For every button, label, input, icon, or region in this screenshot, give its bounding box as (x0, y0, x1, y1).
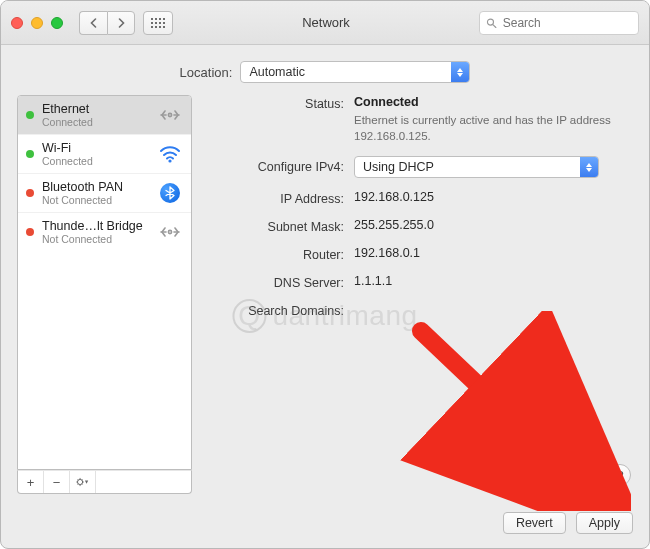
status-dot-icon (26, 111, 34, 119)
service-item-bluetooth[interactable]: Bluetooth PAN Not Connected (18, 174, 191, 213)
nav-segmented (79, 11, 135, 35)
gear-icon (76, 476, 89, 488)
grid-icon (151, 18, 165, 28)
location-popup[interactable]: Automatic (240, 61, 470, 83)
dns-value: 1.1.1.1 (354, 274, 633, 288)
svg-rect-5 (155, 22, 157, 24)
back-button[interactable] (79, 11, 107, 35)
svg-point-16 (168, 230, 171, 233)
service-tools: + − (17, 470, 192, 494)
svg-rect-0 (151, 18, 153, 20)
popup-arrows-icon (451, 62, 469, 82)
show-all-button[interactable] (143, 11, 173, 35)
close-icon[interactable] (11, 17, 23, 29)
advanced-button[interactable]: Advanced… (507, 464, 601, 486)
router-label: Router: (206, 246, 344, 262)
bluetooth-icon (157, 183, 183, 203)
search-field[interactable] (479, 11, 639, 35)
search-input[interactable] (501, 15, 632, 31)
svg-line-22 (78, 480, 79, 481)
svg-rect-4 (151, 22, 153, 24)
svg-rect-3 (163, 18, 165, 20)
svg-line-25 (82, 480, 83, 481)
configure-label: Configure IPv4: (206, 156, 344, 174)
svg-line-24 (78, 484, 79, 485)
titlebar: Network (1, 1, 649, 45)
service-sidebar: Ethernet Connected Wi-Fi Connected (17, 95, 192, 494)
zoom-icon[interactable] (51, 17, 63, 29)
svg-rect-7 (163, 22, 165, 24)
service-name: Ethernet (42, 102, 157, 116)
service-item-wifi[interactable]: Wi-Fi Connected (18, 135, 191, 174)
service-actions-button[interactable] (70, 471, 96, 493)
window-title: Network (181, 15, 471, 30)
svg-rect-2 (159, 18, 161, 20)
chevron-left-icon (89, 18, 98, 28)
router-value: 192.168.0.1 (354, 246, 633, 260)
service-status: Not Connected (42, 194, 157, 206)
svg-rect-8 (151, 26, 153, 28)
svg-rect-6 (159, 22, 161, 24)
svg-rect-10 (159, 26, 161, 28)
content: Ethernet Connected Wi-Fi Connected (1, 95, 649, 504)
status-label: Status: (206, 95, 344, 111)
status-dot-icon (26, 189, 34, 197)
forward-button[interactable] (107, 11, 135, 35)
service-name: Bluetooth PAN (42, 180, 157, 194)
mask-value: 255.255.255.0 (354, 218, 633, 232)
search-domains-label: Search Domains: (206, 302, 344, 318)
svg-line-13 (493, 24, 496, 27)
location-row: Location: Automatic (1, 45, 649, 95)
svg-line-23 (82, 484, 83, 485)
remove-service-button[interactable]: − (44, 471, 70, 493)
service-item-ethernet[interactable]: Ethernet Connected (18, 96, 191, 135)
status-description: Ethernet is currently active and has the… (354, 113, 614, 144)
service-name: Wi-Fi (42, 141, 157, 155)
svg-point-14 (168, 113, 171, 116)
service-list[interactable]: Ethernet Connected Wi-Fi Connected (17, 95, 192, 470)
apply-button[interactable]: Apply (576, 512, 633, 534)
svg-point-12 (487, 19, 493, 25)
popup-arrows-icon (580, 157, 598, 177)
status-dot-icon (26, 228, 34, 236)
network-prefpane-window: Network Location: Automatic Ethernet Con… (0, 0, 650, 549)
window-controls (11, 17, 63, 29)
footer: Revert Apply (1, 504, 649, 548)
status-dot-icon (26, 150, 34, 158)
add-service-button[interactable]: + (18, 471, 44, 493)
svg-rect-11 (163, 26, 165, 28)
service-name: Thunde…lt Bridge (42, 219, 157, 233)
location-value: Automatic (249, 65, 451, 79)
ip-value: 192.168.0.125 (354, 190, 633, 204)
service-status: Not Connected (42, 233, 157, 245)
svg-rect-9 (155, 26, 157, 28)
ethernet-icon (157, 224, 183, 240)
minimize-icon[interactable] (31, 17, 43, 29)
svg-point-15 (168, 159, 171, 162)
ip-label: IP Address: (206, 190, 344, 206)
help-button[interactable]: ? (609, 464, 631, 486)
location-label: Location: (180, 65, 233, 80)
configure-ipv4-popup[interactable]: Using DHCP (354, 156, 599, 178)
configure-value: Using DHCP (363, 160, 580, 174)
service-status: Connected (42, 155, 157, 167)
details-panel: Status: Connected Ethernet is currently … (206, 95, 633, 494)
revert-button[interactable]: Revert (503, 512, 566, 534)
service-item-thunderbolt[interactable]: Thunde…lt Bridge Not Connected (18, 213, 191, 251)
search-icon (486, 17, 497, 29)
svg-rect-1 (155, 18, 157, 20)
ethernet-icon (157, 107, 183, 123)
mask-label: Subnet Mask: (206, 218, 344, 234)
chevron-right-icon (117, 18, 126, 28)
dns-label: DNS Server: (206, 274, 344, 290)
wifi-icon (157, 145, 183, 163)
status-value: Connected (354, 95, 633, 109)
service-status: Connected (42, 116, 157, 128)
